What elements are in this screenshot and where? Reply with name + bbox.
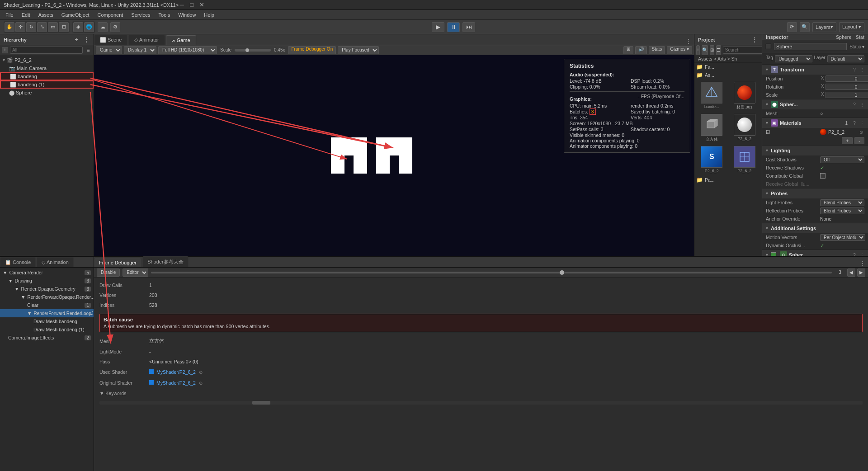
fd-item-drawing[interactable]: ▼ Drawing 3 xyxy=(0,277,94,285)
sphere-collider-header[interactable]: ▼ ⊙ Spher... ? ⋮ xyxy=(762,250,868,256)
menu-component[interactable]: Component xyxy=(94,11,127,19)
game-display-select[interactable]: Game xyxy=(96,46,122,54)
inspector-sphere-tab[interactable]: Sphere xyxy=(836,35,851,40)
transform-more[interactable]: ⋮ xyxy=(859,66,865,73)
materials-help[interactable]: ? xyxy=(851,120,858,126)
sphere-mesh-more[interactable]: ⋮ xyxy=(859,101,865,108)
tab-animator[interactable]: ◇ Animator xyxy=(128,35,165,45)
maximize-button[interactable]: □ xyxy=(189,2,195,8)
fd-item-image-effects[interactable]: Camera.ImageEffects 2 xyxy=(0,334,94,342)
fd-item-draw-bandeng[interactable]: Draw Mesh bandeng xyxy=(0,317,94,325)
fd-item-camera-render[interactable]: ▼ Camera.Render 5 xyxy=(0,268,94,277)
fd-next-btn[interactable]: ▶ xyxy=(857,268,865,277)
fd-item-clear[interactable]: Clear 1 xyxy=(0,301,94,309)
play-button[interactable]: ▶ xyxy=(432,22,444,32)
layers-dropdown[interactable]: Layers ▾ xyxy=(812,22,836,32)
position-x[interactable] xyxy=(826,75,868,82)
menu-window[interactable]: Window xyxy=(175,11,199,19)
menu-tools[interactable]: Tools xyxy=(155,11,174,19)
hierarchy-menu-button[interactable]: ⋮ xyxy=(83,36,90,43)
project-asset-sphere-mat[interactable]: P2_6_2 xyxy=(729,113,760,143)
fd-hscrollbar[interactable] xyxy=(99,401,863,405)
rotate-tool[interactable]: ↻ xyxy=(26,22,36,32)
project-asset-shader[interactable]: S P2_6_2 xyxy=(696,145,727,174)
resolution-select[interactable]: Full HD (1920x1080) xyxy=(158,46,217,54)
transform-header[interactable]: ▼ T Transform ? ⋮ xyxy=(762,65,868,75)
pivot-button[interactable]: ◈ xyxy=(73,22,83,32)
gizmos-button[interactable]: Gizmos ▾ xyxy=(667,46,692,54)
project-search-btn[interactable]: 🔍 xyxy=(702,45,708,55)
search-button[interactable]: 🔍 xyxy=(800,22,810,32)
project-folder-as[interactable]: 📁 As... xyxy=(694,71,762,79)
project-view-btn[interactable]: ⊞ xyxy=(710,45,714,55)
used-shader-select[interactable]: ⊙ xyxy=(198,369,204,375)
view-menu-button[interactable]: ⋮ xyxy=(685,38,692,45)
menu-assets[interactable]: Assets xyxy=(35,11,57,19)
tab-frame-debugger[interactable]: Frame Debugger xyxy=(94,258,142,267)
layer-select[interactable]: Default xyxy=(827,55,864,62)
hierarchy-item-sphere[interactable]: ⬤ Sphere xyxy=(0,89,94,97)
fd-prev-btn[interactable]: ◀ xyxy=(847,268,855,277)
original-shader-select[interactable]: ⊙ xyxy=(198,380,204,386)
menu-services[interactable]: Services xyxy=(127,11,154,19)
tab-shader-ref[interactable]: Shader参考大全 xyxy=(142,256,188,267)
object-name-field[interactable] xyxy=(774,43,847,50)
hierarchy-item-main-camera[interactable]: 📷 Main Camera xyxy=(0,64,94,72)
tab-scene[interactable]: ⬜ Scene xyxy=(94,35,127,45)
sphere-collider-checkbox[interactable] xyxy=(771,252,776,256)
transform-tool[interactable]: ⊞ xyxy=(59,22,69,32)
menu-gameobject[interactable]: GameObject xyxy=(58,11,93,19)
project-asset-asset[interactable]: P2_6_2 xyxy=(729,145,760,174)
material-remove-btn[interactable]: - xyxy=(854,137,864,144)
project-filter-btn[interactable]: ☰ xyxy=(716,45,721,55)
hierarchy-item-p262[interactable]: ▼ 🎬 P2_6_2 xyxy=(0,56,94,64)
reflection-probes-select[interactable]: Blend Probes xyxy=(820,207,864,214)
collab-status[interactable]: ⟳ xyxy=(787,22,797,32)
object-active-checkbox[interactable] xyxy=(766,44,771,49)
lighting-header[interactable]: ▼ Lighting xyxy=(762,146,868,155)
layout-dropdown[interactable]: Layout ▾ xyxy=(839,22,864,32)
motion-vectors-select[interactable]: Per Object Motion xyxy=(820,234,865,241)
close-button[interactable]: ✕ xyxy=(198,2,205,8)
material-add-btn[interactable]: + xyxy=(842,137,853,144)
project-asset-cube[interactable]: 立方体 xyxy=(696,113,727,143)
fd-menu-btn[interactable]: ⋮ xyxy=(859,260,866,267)
scale-tool[interactable]: ⤡ xyxy=(37,22,47,32)
sphere-mesh-header[interactable]: ▼ ⬤ Spher... ? ⋮ xyxy=(762,99,868,109)
rotation-x[interactable] xyxy=(826,84,868,90)
contribute-global-check[interactable] xyxy=(820,173,826,179)
frame-debugger-btn[interactable]: Frame Debugger On xyxy=(288,46,336,54)
sphere-coll-more[interactable]: ⋮ xyxy=(859,252,865,256)
project-asset-bande[interactable]: bande... xyxy=(696,81,727,111)
project-menu[interactable]: ⋮ xyxy=(751,36,758,43)
fd-original-shader-value[interactable]: MyShader/P2_6_2 xyxy=(149,380,196,386)
hierarchy-item-bandeng[interactable]: ⬜ bandeng xyxy=(0,72,94,80)
sphere-coll-help[interactable]: ? xyxy=(851,252,858,256)
move-tool[interactable]: ✛ xyxy=(15,22,25,32)
rect-tool[interactable]: ▭ xyxy=(48,22,58,32)
fd-editor-select[interactable]: Editor xyxy=(123,268,148,277)
step-button[interactable]: ⏭ xyxy=(462,22,475,32)
fd-item-forward-opaque[interactable]: ▼ RenderForwardOpaque.Render... 3 xyxy=(0,293,94,301)
inspector-stat-tab[interactable]: Stat xyxy=(856,35,864,40)
material-select-btn[interactable]: ⊙ xyxy=(858,129,864,135)
tab-game[interactable]: ∞ Game xyxy=(166,35,196,45)
sphere-mesh-help[interactable]: ? xyxy=(851,101,858,108)
scale-x[interactable] xyxy=(826,92,868,98)
hierarchy-add-button[interactable]: + xyxy=(73,36,80,43)
materials-more[interactable]: ⋮ xyxy=(859,120,865,126)
play-focused-select[interactable]: Play Focused xyxy=(338,46,379,54)
mute-audio[interactable]: 🔊 xyxy=(635,46,647,54)
pause-button[interactable]: ⏸ xyxy=(447,22,460,32)
display-select[interactable]: Display 1 xyxy=(124,46,156,54)
fd-item-draw-bandeng1[interactable]: Draw Mesh bandeng (1) xyxy=(0,325,94,334)
project-folder-fa[interactable]: 📁 Fa... xyxy=(694,63,762,71)
hierarchy-add-small[interactable]: + xyxy=(2,47,8,53)
maximize-on-play[interactable]: ⊞ xyxy=(623,46,633,54)
menu-edit[interactable]: Edit xyxy=(18,11,34,19)
cloud-button[interactable]: ⚙ xyxy=(110,22,120,32)
menu-help[interactable]: Help xyxy=(200,11,218,19)
menu-file[interactable]: File xyxy=(2,11,17,19)
collab-button[interactable]: ☁ xyxy=(98,22,108,32)
light-probes-select[interactable]: Blend Probes xyxy=(820,199,864,206)
